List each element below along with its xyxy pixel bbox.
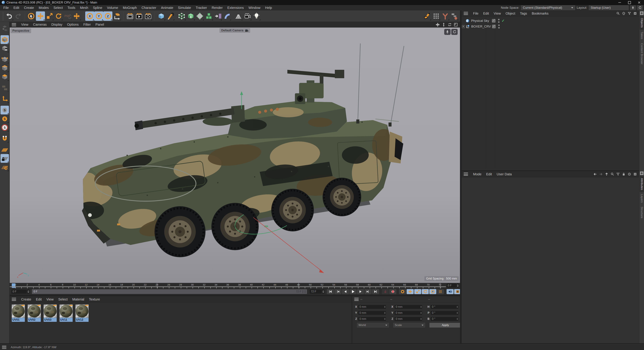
visibility-dots-icon[interactable] (498, 24, 500, 28)
key-pla-icon[interactable] (437, 289, 444, 294)
viewport-menu-cameras[interactable]: Cameras (31, 23, 49, 26)
maximize-button[interactable] (624, 0, 634, 5)
material-thumbnail[interactable] (60, 304, 73, 318)
material-menu-material[interactable]: Material (70, 298, 86, 301)
spinner-arrows-icon[interactable] (420, 318, 422, 320)
spinner-arrows-icon[interactable] (420, 312, 422, 314)
range-end-spinner[interactable]: 72 F (309, 289, 325, 294)
sound-icon[interactable] (446, 289, 454, 294)
material-item[interactable]: UV11 (60, 304, 73, 322)
menu-help[interactable]: Help (263, 6, 274, 10)
record-keyframe-icon[interactable] (389, 289, 396, 294)
coordinate-field[interactable]: 0 mm (394, 305, 422, 309)
menu-tools[interactable]: Tools (65, 6, 78, 10)
material-name[interactable]: UV01 (12, 318, 25, 322)
frame-spinner[interactable]: 0 F (446, 283, 459, 288)
view-label[interactable]: Perspective (11, 28, 31, 33)
horizontal-splitter[interactable] (10, 295, 460, 296)
coordinate-field[interactable]: 0 ° (430, 311, 459, 315)
coordinates-menu-icon[interactable] (354, 298, 359, 301)
material-name[interactable]: UV02 (28, 318, 41, 322)
visibility-dots-icon[interactable] (498, 19, 500, 23)
object-manager-menu-icon[interactable] (464, 12, 468, 15)
spinner-arrows-icon[interactable] (27, 290, 30, 294)
menu-tracker[interactable]: Tracker (194, 6, 209, 10)
minimize-button[interactable] (615, 0, 624, 5)
material-thumbnail[interactable] (28, 304, 41, 318)
lock-y-icon[interactable]: Y (94, 12, 103, 21)
render-view-icon[interactable] (126, 12, 134, 21)
play-icon[interactable] (350, 289, 356, 294)
menu-select[interactable]: Select (51, 6, 65, 10)
spinner-arrows-icon[interactable] (456, 306, 458, 308)
boxer-crv-model[interactable]: x z (10, 28, 460, 283)
range-grip-icon[interactable] (302, 290, 305, 293)
layout-dropdown[interactable]: Startup (User) (589, 5, 628, 10)
add-icon[interactable] (633, 11, 638, 16)
material-name[interactable]: UV11 (60, 318, 73, 322)
capture-icon[interactable] (444, 29, 450, 35)
lock-x-icon[interactable]: X (85, 12, 94, 21)
close-button[interactable] (634, 0, 644, 5)
deformer-icon[interactable] (195, 12, 204, 21)
pan-icon[interactable] (435, 22, 440, 27)
object-menu-view[interactable]: View (491, 12, 503, 16)
lock-z-icon[interactable]: Z (103, 12, 112, 21)
edge-mode-icon[interactable] (0, 64, 9, 72)
tab-takes[interactable]: Takes (640, 30, 644, 41)
camera-icon[interactable] (243, 12, 252, 21)
next-frame-icon[interactable] (357, 289, 364, 294)
workplane-magnet-icon[interactable] (0, 134, 9, 143)
tweak-mode-icon[interactable] (0, 84, 9, 92)
search-icon[interactable] (616, 11, 620, 16)
coordinate-field[interactable]: 0 ° (430, 317, 459, 321)
coordinate-field[interactable]: 0 mm (394, 317, 422, 321)
viewport-menu-options[interactable]: Options (65, 23, 81, 26)
lock-icon[interactable] (621, 172, 626, 176)
spinner-arrows-icon[interactable] (420, 306, 422, 308)
spinner-arrows-icon[interactable] (384, 318, 386, 320)
range-start-spinner[interactable]: 0 F (11, 289, 30, 294)
viewport-menu-view[interactable]: View (19, 23, 31, 26)
skip-start-icon[interactable] (327, 289, 334, 294)
material-name[interactable]: UV03 (44, 318, 57, 322)
workplane-lock-icon[interactable] (0, 154, 9, 163)
workplane-rotate-icon[interactable] (0, 163, 9, 172)
material-menu-texture[interactable]: Texture (86, 298, 102, 301)
material-name[interactable]: UV12 (76, 318, 88, 322)
capture-icon[interactable] (630, 5, 636, 10)
toggle-layout-icon[interactable] (453, 22, 458, 27)
undo-icon[interactable] (5, 12, 14, 21)
coord-mode-dropdown[interactable]: Scale (393, 323, 425, 328)
symmetry-icon[interactable] (214, 12, 222, 21)
rotate-icon[interactable] (54, 12, 63, 21)
menu-mesh[interactable]: Mesh (78, 6, 90, 10)
autokey-icon[interactable] (399, 289, 406, 294)
attribute-menu-user-data[interactable]: User Data (494, 172, 514, 176)
coordinate-field[interactable]: 0 mm (358, 305, 386, 309)
object-menu-object[interactable]: Object (503, 12, 518, 16)
layer-swatch-icon[interactable] (492, 19, 496, 23)
vertical-splitter[interactable] (460, 10, 462, 343)
preview-range-slider[interactable]: 0 F 72 F (32, 289, 307, 294)
material-menu-view[interactable]: View (44, 298, 56, 301)
expand-icon[interactable] (462, 25, 465, 28)
material-item[interactable]: UV02 (28, 304, 41, 322)
sync-icon[interactable] (451, 29, 458, 35)
layer-swatch-icon[interactable] (492, 25, 496, 28)
menu-create[interactable]: Create (22, 6, 36, 10)
viewport-menu-display[interactable]: Display (49, 23, 65, 26)
scale-icon[interactable] (45, 12, 54, 21)
spinner-arrows-icon[interactable] (456, 318, 458, 320)
material-thumbnail[interactable] (12, 304, 25, 318)
last-tool-icon[interactable] (72, 12, 81, 21)
workplane-icon[interactable] (0, 145, 9, 154)
polygon-mode-icon[interactable] (0, 72, 9, 81)
menu-spline[interactable]: Spline (90, 6, 105, 10)
key-scale-icon[interactable] (414, 289, 421, 294)
coord-space-dropdown[interactable]: World (357, 323, 389, 328)
status-menu-icon[interactable] (2, 346, 6, 349)
render-settings-icon[interactable] (144, 12, 153, 21)
material-thumbnail[interactable] (44, 304, 57, 318)
material-item[interactable]: UV01 (12, 304, 25, 322)
